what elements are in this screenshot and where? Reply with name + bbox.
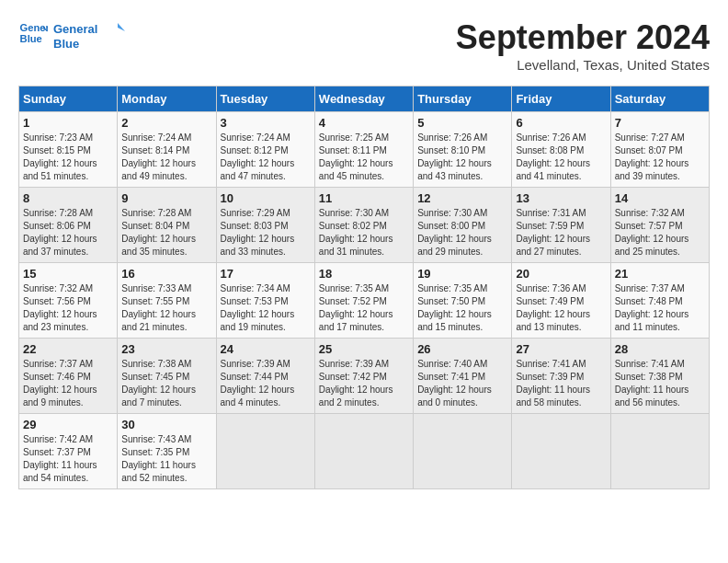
- calendar-cell: 18 Sunrise: 7:35 AM Sunset: 7:52 PM Dayl…: [314, 263, 413, 339]
- sunrise-text: Sunrise: 7:31 AM: [516, 208, 586, 218]
- header-row: Sunday Monday Tuesday Wednesday Thursday…: [19, 86, 710, 112]
- daylight-text: Daylight: 12 hours and 23 minutes.: [23, 309, 97, 332]
- svg-marker-5: [118, 23, 125, 31]
- daylight-text: Daylight: 12 hours and 21 minutes.: [121, 309, 196, 332]
- cell-info: Sunrise: 7:26 AM Sunset: 8:10 PM Dayligh…: [417, 132, 507, 183]
- daylight-text: Daylight: 12 hours and 43 minutes.: [417, 158, 492, 181]
- sunset-text: Sunset: 7:42 PM: [319, 372, 387, 382]
- calendar-cell: 2 Sunrise: 7:24 AM Sunset: 8:14 PM Dayli…: [118, 112, 216, 188]
- calendar-cell: 13 Sunrise: 7:31 AM Sunset: 7:59 PM Dayl…: [512, 188, 610, 263]
- sunrise-text: Sunrise: 7:39 AM: [319, 359, 389, 369]
- daylight-text: Daylight: 12 hours and 11 minutes.: [615, 309, 689, 332]
- col-wednesday: Wednesday: [314, 86, 413, 112]
- calendar-cell: [414, 414, 512, 489]
- cell-info: Sunrise: 7:28 AM Sunset: 8:06 PM Dayligh…: [23, 207, 113, 259]
- daylight-text: Daylight: 12 hours and 27 minutes.: [516, 234, 590, 257]
- sunset-text: Sunset: 7:59 PM: [516, 221, 584, 231]
- daylight-text: Daylight: 12 hours and 9 minutes.: [23, 385, 97, 408]
- daylight-text: Daylight: 11 hours and 54 minutes.: [23, 460, 97, 483]
- calendar-cell: 23 Sunrise: 7:38 AM Sunset: 7:45 PM Dayl…: [118, 339, 216, 414]
- cell-info: Sunrise: 7:41 AM Sunset: 7:38 PM Dayligh…: [615, 358, 705, 409]
- daylight-text: Daylight: 12 hours and 39 minutes.: [615, 158, 689, 181]
- cell-info: Sunrise: 7:35 AM Sunset: 7:52 PM Dayligh…: [319, 282, 409, 334]
- sunrise-text: Sunrise: 7:30 AM: [417, 208, 487, 218]
- day-number: 15: [23, 267, 113, 281]
- sunset-text: Sunset: 8:06 PM: [23, 221, 91, 231]
- calendar-cell: 21 Sunrise: 7:37 AM Sunset: 7:48 PM Dayl…: [610, 263, 709, 339]
- sunrise-text: Sunrise: 7:33 AM: [121, 283, 191, 293]
- calendar-cell: 14 Sunrise: 7:32 AM Sunset: 7:57 PM Dayl…: [610, 188, 709, 263]
- day-number: 9: [121, 191, 211, 205]
- calendar-cell: 27 Sunrise: 7:41 AM Sunset: 7:39 PM Dayl…: [512, 339, 610, 414]
- top-row: General Blue General Blue September 2024…: [18, 18, 710, 80]
- month-year: September 2024: [456, 18, 710, 57]
- daylight-text: Daylight: 12 hours and 0 minutes.: [417, 385, 492, 408]
- calendar-week-3: 15 Sunrise: 7:32 AM Sunset: 7:56 PM Dayl…: [19, 263, 710, 339]
- calendar-cell: 10 Sunrise: 7:29 AM Sunset: 8:03 PM Dayl…: [216, 188, 314, 263]
- sunset-text: Sunset: 7:56 PM: [23, 296, 91, 306]
- sunrise-text: Sunrise: 7:43 AM: [121, 434, 191, 444]
- sunrise-text: Sunrise: 7:24 AM: [121, 132, 191, 143]
- sunrise-text: Sunrise: 7:24 AM: [221, 132, 290, 143]
- daylight-text: Daylight: 12 hours and 15 minutes.: [417, 309, 492, 332]
- sunrise-text: Sunrise: 7:41 AM: [615, 359, 685, 369]
- calendar-cell: 22 Sunrise: 7:37 AM Sunset: 7:46 PM Dayl…: [19, 339, 118, 414]
- cell-info: Sunrise: 7:32 AM Sunset: 7:56 PM Dayligh…: [23, 282, 113, 334]
- calendar-cell: 12 Sunrise: 7:30 AM Sunset: 8:00 PM Dayl…: [414, 188, 512, 263]
- sunset-text: Sunset: 8:07 PM: [615, 145, 683, 155]
- calendar-cell: 19 Sunrise: 7:35 AM Sunset: 7:50 PM Dayl…: [414, 263, 512, 339]
- sunrise-text: Sunrise: 7:28 AM: [23, 208, 93, 218]
- cell-info: Sunrise: 7:26 AM Sunset: 8:08 PM Dayligh…: [516, 132, 606, 183]
- day-number: 26: [417, 342, 507, 356]
- sunrise-text: Sunrise: 7:36 AM: [516, 283, 586, 293]
- daylight-text: Daylight: 11 hours and 58 minutes.: [516, 385, 590, 408]
- sunrise-text: Sunrise: 7:37 AM: [23, 359, 93, 369]
- calendar-cell: 1 Sunrise: 7:23 AM Sunset: 8:15 PM Dayli…: [19, 112, 118, 188]
- day-number: 6: [516, 116, 606, 130]
- day-number: 20: [516, 267, 606, 281]
- day-number: 19: [417, 267, 507, 281]
- daylight-text: Daylight: 12 hours and 35 minutes.: [121, 234, 196, 257]
- sunrise-text: Sunrise: 7:32 AM: [615, 208, 685, 218]
- calendar-cell: 6 Sunrise: 7:26 AM Sunset: 8:08 PM Dayli…: [512, 112, 610, 188]
- sunrise-text: Sunrise: 7:27 AM: [615, 132, 685, 143]
- day-number: 10: [221, 191, 311, 205]
- day-number: 17: [221, 267, 311, 281]
- calendar-cell: [314, 414, 413, 489]
- calendar-cell: 25 Sunrise: 7:39 AM Sunset: 7:42 PM Dayl…: [314, 339, 413, 414]
- daylight-text: Daylight: 12 hours and 33 minutes.: [221, 234, 295, 257]
- cell-info: Sunrise: 7:31 AM Sunset: 7:59 PM Dayligh…: [516, 207, 606, 259]
- cell-info: Sunrise: 7:43 AM Sunset: 7:35 PM Dayligh…: [121, 433, 211, 485]
- svg-text:Blue: Blue: [20, 33, 42, 44]
- calendar-header: Sunday Monday Tuesday Wednesday Thursday…: [19, 86, 710, 112]
- calendar-cell: 15 Sunrise: 7:32 AM Sunset: 7:56 PM Dayl…: [19, 263, 118, 339]
- day-number: 29: [23, 418, 113, 431]
- calendar-cell: [512, 414, 610, 489]
- day-number: 22: [23, 342, 113, 356]
- calendar-cell: 26 Sunrise: 7:40 AM Sunset: 7:41 PM Dayl…: [414, 339, 512, 414]
- cell-info: Sunrise: 7:30 AM Sunset: 8:00 PM Dayligh…: [417, 207, 507, 259]
- daylight-text: Daylight: 11 hours and 52 minutes.: [121, 460, 196, 483]
- day-number: 24: [221, 342, 311, 356]
- calendar-cell: 29 Sunrise: 7:42 AM Sunset: 7:37 PM Dayl…: [19, 414, 118, 489]
- day-number: 25: [319, 342, 409, 356]
- sunset-text: Sunset: 7:49 PM: [516, 296, 584, 306]
- cell-info: Sunrise: 7:24 AM Sunset: 8:12 PM Dayligh…: [221, 132, 311, 183]
- cell-info: Sunrise: 7:35 AM Sunset: 7:50 PM Dayligh…: [417, 282, 507, 334]
- cell-info: Sunrise: 7:28 AM Sunset: 8:04 PM Dayligh…: [121, 207, 211, 259]
- sunrise-text: Sunrise: 7:35 AM: [417, 283, 487, 293]
- calendar-week-2: 8 Sunrise: 7:28 AM Sunset: 8:06 PM Dayli…: [19, 188, 710, 263]
- daylight-text: Daylight: 12 hours and 4 minutes.: [221, 385, 295, 408]
- day-number: 1: [23, 116, 113, 130]
- day-number: 13: [516, 191, 606, 205]
- sunset-text: Sunset: 7:44 PM: [221, 372, 289, 382]
- calendar-week-4: 22 Sunrise: 7:37 AM Sunset: 7:46 PM Dayl…: [19, 339, 710, 414]
- daylight-text: Daylight: 12 hours and 49 minutes.: [121, 158, 196, 181]
- sunset-text: Sunset: 7:41 PM: [417, 372, 485, 382]
- sunrise-text: Sunrise: 7:34 AM: [221, 283, 290, 293]
- calendar-week-1: 1 Sunrise: 7:23 AM Sunset: 8:15 PM Dayli…: [19, 112, 710, 188]
- calendar-cell: 5 Sunrise: 7:26 AM Sunset: 8:10 PM Dayli…: [414, 112, 512, 188]
- calendar-cell: [216, 414, 314, 489]
- cell-info: Sunrise: 7:38 AM Sunset: 7:45 PM Dayligh…: [121, 358, 211, 409]
- sunrise-text: Sunrise: 7:25 AM: [319, 132, 389, 143]
